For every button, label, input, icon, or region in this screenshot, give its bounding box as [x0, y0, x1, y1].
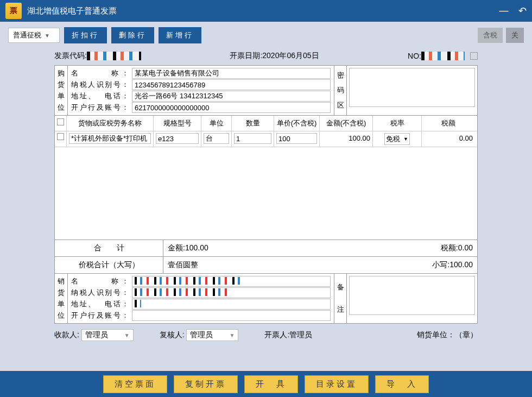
col-tax: 税额: [422, 116, 475, 131]
password-area-label: 密码区: [334, 66, 347, 115]
item-price-input[interactable]: [276, 133, 317, 144]
drawer-value: 管理员: [289, 330, 312, 339]
payee-label: 收款人:: [54, 330, 79, 339]
issue-button[interactable]: 开 具: [244, 375, 298, 393]
seller-unit-stamp: 销货单位：（章）: [417, 330, 478, 340]
remark-side-label: 备注: [334, 274, 347, 323]
invoice-code-label: 发票代码:: [54, 51, 87, 61]
catalog-button[interactable]: 目录设置: [305, 375, 369, 393]
drawer-label: 开票人:: [264, 330, 289, 339]
buyer-bank-input[interactable]: [132, 102, 331, 113]
col-price: 单价(不含税): [274, 116, 320, 131]
buyer-side-label: 购货单位: [55, 66, 68, 115]
buyer-taxid-label: 纳税人识别号：: [71, 80, 132, 90]
item-qty-input[interactable]: [234, 133, 271, 144]
seller-taxid-input[interactable]: [132, 287, 331, 298]
col-spec: 规格型号: [154, 116, 201, 131]
sum-tax: 0.00: [458, 243, 473, 252]
invoice-no-value: [421, 52, 465, 60]
seller-addr-input[interactable]: [132, 299, 331, 310]
col-unit: 单位: [201, 116, 232, 131]
invoice-date-value: 2020年06月05日: [262, 51, 319, 61]
items-body: 100.00 免税 ▼ 0.00: [55, 131, 477, 240]
seller-name-label: 名 称：: [71, 276, 132, 286]
bottom-action-bar: 清空票面 复制开票 开 具 目录设置 导 入: [0, 371, 532, 397]
col-rate: 税率: [373, 116, 422, 131]
seller-bank-label: 开户行及账号：: [71, 311, 132, 320]
chevron-down-icon: ▼: [124, 332, 130, 338]
close-button[interactable]: 关: [506, 28, 524, 43]
col-name: 货物或应税劳务名称: [67, 116, 154, 131]
levy-type-value: 普通征税: [13, 30, 41, 40]
back-icon[interactable]: ↶: [518, 5, 527, 17]
chevron-down-icon: ▼: [229, 332, 235, 338]
discount-row-button[interactable]: 折扣行: [64, 27, 107, 43]
reviewer-label: 复核人:: [160, 330, 185, 339]
item-amount: 100.00: [320, 131, 373, 147]
window-title: 湖北增值税电子普通发票: [27, 6, 499, 16]
chevron-down-icon: ▼: [403, 136, 408, 142]
item-name-input[interactable]: [69, 133, 151, 144]
invoice-date-label: 开票日期:: [230, 51, 262, 61]
seller-name-input[interactable]: [132, 276, 331, 287]
seller-addr-label: 地址、 电话：: [71, 299, 132, 309]
toolbar: 普通征税 ▼ 折扣行 删除行 新增行 含税 关: [0, 22, 532, 49]
buyer-name-label: 名 称：: [71, 68, 132, 78]
col-qty: 数量: [232, 116, 274, 131]
add-row-button[interactable]: 新增行: [159, 27, 201, 43]
buyer-name-input[interactable]: [132, 68, 331, 79]
capital-label: 价税合计（大写）: [55, 257, 163, 273]
chevron-down-icon: ▼: [45, 33, 50, 39]
col-amount: 金额(不含税): [320, 116, 373, 131]
buyer-bank-label: 开户行及账号：: [71, 103, 132, 112]
delete-row-button[interactable]: 删除行: [111, 27, 154, 43]
buyer-addr-input[interactable]: [132, 91, 331, 102]
sum-label: 合 计: [55, 240, 163, 256]
select-all-checkbox[interactable]: [57, 118, 64, 125]
copy-issue-button[interactable]: 复制开票: [174, 375, 238, 393]
app-logo: 票: [5, 3, 22, 19]
sum-tax-label: 税额:: [441, 243, 458, 252]
levy-type-dropdown[interactable]: 普通征税 ▼: [8, 28, 60, 43]
invoice-no-action-icon[interactable]: [470, 52, 478, 60]
import-button[interactable]: 导 入: [375, 375, 429, 393]
sum-amount: 100.00: [185, 243, 208, 252]
item-rate-select[interactable]: 免税 ▼: [384, 133, 410, 145]
remark-textarea[interactable]: [349, 276, 475, 315]
seller-side-label: 销货单位: [55, 274, 68, 323]
tax-inclusive-button[interactable]: 含税: [478, 28, 503, 43]
password-area[interactable]: [349, 68, 475, 107]
seller-bank-input[interactable]: [132, 310, 331, 321]
sum-amount-label: 金额:: [168, 243, 185, 252]
minimize-icon[interactable]: —: [499, 5, 509, 17]
invoice-code-value: [87, 52, 141, 60]
payee-dropdown[interactable]: 管理员▼: [81, 329, 134, 341]
item-tax: 0.00: [422, 131, 475, 147]
reviewer-dropdown[interactable]: 管理员▼: [186, 329, 238, 341]
buyer-taxid-input[interactable]: [132, 79, 331, 90]
seller-taxid-label: 纳税人识别号：: [71, 288, 132, 298]
capital-value: 壹佰圆整: [163, 257, 428, 273]
small-label: 小写:: [432, 260, 449, 269]
row-checkbox[interactable]: [57, 133, 64, 140]
buyer-addr-label: 地址、 电话：: [71, 91, 132, 101]
clear-button[interactable]: 清空票面: [103, 375, 167, 393]
item-row: 100.00 免税 ▼ 0.00: [55, 131, 477, 147]
invoice-no-label: NO:: [408, 52, 421, 60]
item-spec-input[interactable]: [156, 133, 199, 144]
window-titlebar: 票 湖北增值税电子普通发票 — ↶: [0, 0, 532, 22]
item-unit-input[interactable]: [204, 133, 229, 144]
items-header: 货物或应税劳务名称 规格型号 单位 数量 单价(不含税) 金额(不含税) 税率 …: [55, 116, 477, 131]
small-value: 100.00: [449, 260, 473, 269]
